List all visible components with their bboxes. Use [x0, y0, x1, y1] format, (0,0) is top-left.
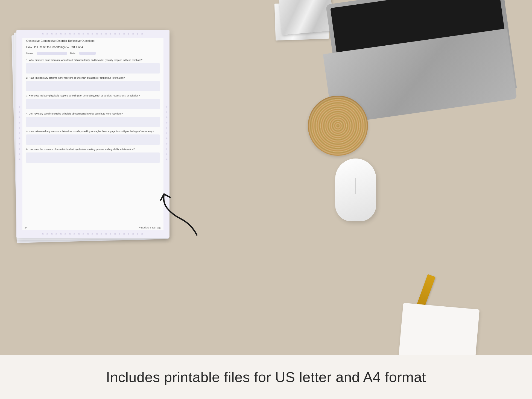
question-3-answer[interactable]: [26, 99, 160, 109]
arrow-decoration: [153, 186, 208, 240]
question-6-text: 6. How does the presence of uncertainty …: [26, 148, 160, 151]
laptop: [324, 0, 510, 107]
question-1-answer[interactable]: [26, 63, 160, 74]
question-1: 1. What emotions arise within me when fa…: [26, 58, 160, 74]
arrow-svg: [153, 186, 208, 240]
question-3-text: 3. How does my body physically respond t…: [26, 94, 160, 97]
question-6: 6. How does the presence of uncertainty …: [26, 148, 160, 163]
question-5-answer[interactable]: [26, 134, 160, 145]
date-field[interactable]: [79, 52, 96, 55]
bottom-bar: Includes printable files for US letter a…: [0, 355, 532, 399]
document-title-line2: How Do I React to Uncertainty? – Part 1 …: [26, 45, 160, 49]
document-stack: ❋ ❋ ❋ ❋ ❋ ❋ ❋ ❋ ❋ ❋ ❋ ❋ ❋ ❋ ❋ ❋ ❋ ❋ ❋ ❋ …: [16, 30, 169, 238]
wicker-basket: [308, 96, 373, 156]
name-label: Name:: [26, 52, 34, 55]
question-4-answer[interactable]: [26, 117, 160, 127]
question-4: 4. Do I have any specific thoughts or be…: [26, 112, 160, 127]
doc-border-left: ❋ ❋ ❋ ❋ ❋ ❋ ❋ ❋ ❋ ❋ ❋: [16, 38, 22, 230]
question-5-text: 5. Have I observed any avoidance behavio…: [26, 130, 160, 133]
question-1-text: 1. What emotions arise within me when fa…: [26, 58, 160, 62]
white-notebook: [399, 303, 480, 364]
mouse-divider: [355, 178, 356, 194]
mouse-body: [335, 159, 376, 221]
question-6-answer[interactable]: [26, 152, 160, 163]
doc-border-top: ❋ ❋ ❋ ❋ ❋ ❋ ❋ ❋ ❋ ❋ ❋ ❋ ❋ ❋ ❋ ❋ ❋ ❋ ❋ ❋ …: [16, 30, 169, 38]
computer-mouse: [335, 159, 379, 224]
question-3: 3. How does my body physically respond t…: [26, 94, 160, 109]
document-title-line1: Obsessive-Compulsive Disorder Reflective…: [26, 39, 160, 43]
doc-border-pattern-top: ❋ ❋ ❋ ❋ ❋ ❋ ❋ ❋ ❋ ❋ ❋ ❋ ❋ ❋ ❋ ❋ ❋ ❋ ❋ ❋ …: [42, 33, 144, 35]
date-label: Date:: [70, 52, 76, 55]
question-2-text: 2. Have I noticed any patterns in my rea…: [26, 76, 160, 80]
document-content: Obsessive-Compulsive Disorder Reflective…: [25, 38, 161, 232]
doc-border-pattern-left: ❋ ❋ ❋ ❋ ❋ ❋ ❋ ❋ ❋ ❋ ❋: [18, 106, 21, 162]
name-field[interactable]: [37, 52, 67, 55]
question-2-answer[interactable]: [26, 81, 160, 91]
doc-border-pattern-right: ❋ ❋ ❋ ❋ ❋ ❋ ❋ ❋ ❋ ❋ ❋: [165, 106, 168, 162]
question-5: 5. Have I observed any avoidance behavio…: [26, 130, 160, 145]
question-2: 2. Have I noticed any patterns in my rea…: [26, 76, 160, 91]
doc-border-pattern-bottom: ❋ ❋ ❋ ❋ ❋ ❋ ❋ ❋ ❋ ❋ ❋ ❋ ❋ ❋ ❋ ❋ ❋ ❋ ❋ ❋ …: [42, 233, 144, 235]
question-4-text: 4. Do I have any specific thoughts or be…: [26, 112, 160, 115]
bottom-text: Includes printable files for US letter a…: [106, 369, 426, 385]
document-fields-row: Name: Date:: [26, 52, 160, 55]
document-main: ❋ ❋ ❋ ❋ ❋ ❋ ❋ ❋ ❋ ❋ ❋ ❋ ❋ ❋ ❋ ❋ ❋ ❋ ❋ ❋ …: [16, 30, 169, 238]
wicker-circle: [308, 96, 368, 156]
